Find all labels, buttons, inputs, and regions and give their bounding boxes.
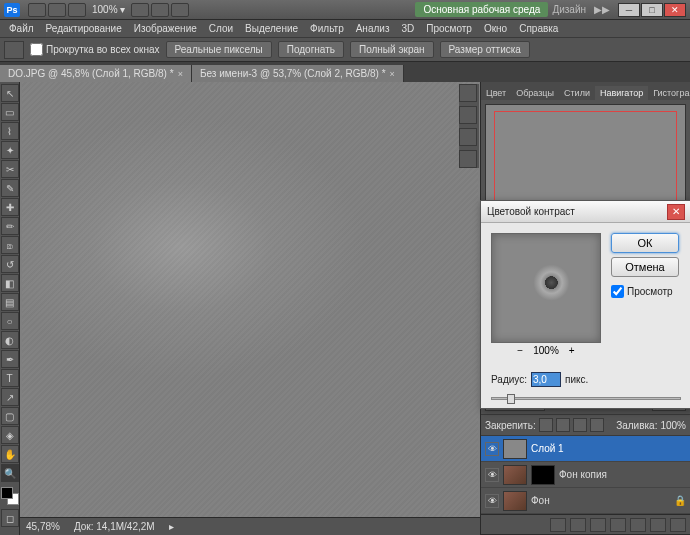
menu-select[interactable]: Выделение bbox=[240, 21, 303, 36]
zoom-out-button[interactable]: − bbox=[517, 345, 523, 356]
layer-name[interactable]: Фон bbox=[531, 495, 550, 506]
menu-window[interactable]: Окно bbox=[479, 21, 512, 36]
adjustment-icon[interactable] bbox=[610, 518, 626, 532]
tab-color[interactable]: Цвет bbox=[481, 86, 511, 100]
menu-image[interactable]: Изображение bbox=[129, 21, 202, 36]
panel-collapse-icon[interactable] bbox=[459, 106, 477, 124]
menu-analysis[interactable]: Анализ bbox=[351, 21, 395, 36]
menu-layers[interactable]: Слои bbox=[204, 21, 238, 36]
lock-position-icon[interactable] bbox=[573, 418, 587, 432]
design-link[interactable]: Дизайн bbox=[552, 4, 586, 15]
eraser-tool[interactable]: ◧ bbox=[1, 274, 19, 292]
close-icon[interactable]: × bbox=[390, 69, 395, 79]
menu-file[interactable]: Файл bbox=[4, 21, 39, 36]
zoom-tool[interactable]: 🔍 bbox=[1, 464, 19, 482]
layer-thumb[interactable] bbox=[503, 465, 527, 485]
canvas[interactable] bbox=[22, 82, 478, 517]
trash-icon[interactable] bbox=[670, 518, 686, 532]
cs-live-icon[interactable]: ▶▶ bbox=[594, 4, 610, 15]
lock-all-icon[interactable] bbox=[590, 418, 604, 432]
tb-icon[interactable] bbox=[68, 3, 86, 17]
scroll-all-check[interactable]: Прокрутка во всех окнах bbox=[30, 43, 160, 56]
full-screen-button[interactable]: Полный экран bbox=[350, 41, 434, 58]
menu-view[interactable]: Просмотр bbox=[421, 21, 477, 36]
tab-swatches[interactable]: Образцы bbox=[511, 86, 559, 100]
radius-input[interactable] bbox=[531, 372, 561, 387]
visibility-icon[interactable]: 👁 bbox=[485, 494, 499, 508]
gradient-tool[interactable]: ▤ bbox=[1, 293, 19, 311]
blur-tool[interactable]: ○ bbox=[1, 312, 19, 330]
panel-collapse-icon[interactable] bbox=[459, 128, 477, 146]
layer-row[interactable]: 👁 Фон копия bbox=[481, 462, 690, 488]
minimize-button[interactable]: ─ bbox=[618, 3, 640, 17]
layer-thumb[interactable] bbox=[503, 439, 527, 459]
workspace-selector[interactable]: Основная рабочая среда bbox=[415, 2, 548, 17]
dodge-tool[interactable]: ◐ bbox=[1, 331, 19, 349]
lock-transparent-icon[interactable] bbox=[539, 418, 553, 432]
mask-thumb[interactable] bbox=[531, 465, 555, 485]
current-tool-icon[interactable] bbox=[4, 41, 24, 59]
document-tab[interactable]: Без имени-3 @ 53,7% (Слой 2, RGB/8) *× bbox=[192, 65, 404, 82]
dialog-preview[interactable] bbox=[491, 233, 601, 343]
ok-button[interactable]: ОК bbox=[611, 233, 679, 253]
layer-thumb[interactable] bbox=[503, 491, 527, 511]
pen-tool[interactable]: ✒ bbox=[1, 350, 19, 368]
path-tool[interactable]: ↗ bbox=[1, 388, 19, 406]
tab-histogram[interactable]: Гистограмма bbox=[648, 86, 690, 100]
close-button[interactable]: ✕ bbox=[664, 3, 686, 17]
navigator-viewport[interactable] bbox=[494, 111, 677, 203]
stamp-tool[interactable]: ⎄ bbox=[1, 236, 19, 254]
tb-icon[interactable] bbox=[131, 3, 149, 17]
tab-styles[interactable]: Стили bbox=[559, 86, 595, 100]
radius-slider[interactable] bbox=[481, 397, 690, 408]
lock-pixels-icon[interactable] bbox=[556, 418, 570, 432]
lasso-tool[interactable]: ⌇ bbox=[1, 122, 19, 140]
crop-tool[interactable]: ✂ bbox=[1, 160, 19, 178]
close-icon[interactable]: × bbox=[178, 69, 183, 79]
eyedropper-tool[interactable]: ✎ bbox=[1, 179, 19, 197]
tb-icon[interactable] bbox=[151, 3, 169, 17]
mask-icon[interactable] bbox=[590, 518, 606, 532]
menu-3d[interactable]: 3D bbox=[396, 21, 419, 36]
preview-check[interactable]: Просмотр bbox=[611, 285, 679, 298]
link-icon[interactable] bbox=[550, 518, 566, 532]
hand-tool[interactable]: ✋ bbox=[1, 445, 19, 463]
heal-tool[interactable]: ✚ bbox=[1, 198, 19, 216]
layer-row[interactable]: 👁 Фон 🔒 bbox=[481, 488, 690, 514]
maximize-button[interactable]: □ bbox=[641, 3, 663, 17]
zoom-in-button[interactable]: + bbox=[569, 345, 575, 356]
fit-screen-button[interactable]: Подогнать bbox=[278, 41, 344, 58]
fx-icon[interactable] bbox=[570, 518, 586, 532]
move-tool[interactable]: ↖ bbox=[1, 84, 19, 102]
tb-icon[interactable] bbox=[28, 3, 46, 17]
dialog-close-button[interactable]: ✕ bbox=[667, 204, 685, 220]
panel-collapse-icon[interactable] bbox=[459, 150, 477, 168]
cancel-button[interactable]: Отмена bbox=[611, 257, 679, 277]
layer-name[interactable]: Фон копия bbox=[559, 469, 607, 480]
dialog-titlebar[interactable]: Цветовой контраст ✕ bbox=[481, 201, 690, 223]
type-tool[interactable]: T bbox=[1, 369, 19, 387]
history-brush-tool[interactable]: ↺ bbox=[1, 255, 19, 273]
menu-filter[interactable]: Фильтр bbox=[305, 21, 349, 36]
group-icon[interactable] bbox=[630, 518, 646, 532]
status-zoom[interactable]: 45,78% bbox=[26, 521, 60, 532]
brush-tool[interactable]: ✏ bbox=[1, 217, 19, 235]
quickmask-toggle[interactable]: ◻ bbox=[1, 509, 19, 527]
document-tab[interactable]: DO.JPG @ 45,8% (Слой 1, RGB/8) *× bbox=[0, 65, 192, 82]
layer-row[interactable]: 👁 Слой 1 bbox=[481, 436, 690, 462]
print-size-button[interactable]: Размер оттиска bbox=[440, 41, 530, 58]
zoom-level[interactable]: 100% ▾ bbox=[92, 4, 125, 15]
actual-pixels-button[interactable]: Реальные пикселы bbox=[166, 41, 272, 58]
shape-tool[interactable]: ▢ bbox=[1, 407, 19, 425]
tb-icon[interactable] bbox=[171, 3, 189, 17]
navigator-preview[interactable] bbox=[485, 104, 686, 210]
3d-tool[interactable]: ◈ bbox=[1, 426, 19, 444]
marquee-tool[interactable]: ▭ bbox=[1, 103, 19, 121]
tab-navigator[interactable]: Навигатор bbox=[595, 86, 648, 100]
status-doc[interactable]: Док: 14,1М/42,2М bbox=[74, 521, 155, 532]
layer-name[interactable]: Слой 1 bbox=[531, 443, 564, 454]
panel-collapse-icon[interactable] bbox=[459, 84, 477, 102]
color-swatches[interactable] bbox=[1, 487, 19, 505]
wand-tool[interactable]: ✦ bbox=[1, 141, 19, 159]
new-layer-icon[interactable] bbox=[650, 518, 666, 532]
